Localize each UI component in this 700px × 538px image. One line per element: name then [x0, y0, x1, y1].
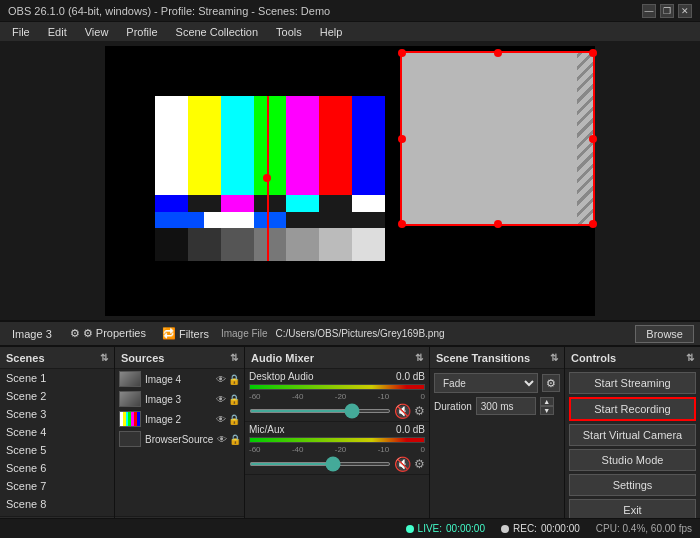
bar-white: [155, 96, 188, 195]
start-streaming-button[interactable]: Start Streaming: [569, 372, 696, 394]
audio-panel-header: Audio Mixer ⇅: [245, 347, 429, 369]
bar-red: [319, 96, 352, 195]
scene-item-3[interactable]: Scene 3: [0, 405, 114, 423]
bars-row4: [155, 228, 385, 261]
restore-button[interactable]: ❐: [660, 4, 674, 18]
rec-dot: [501, 525, 509, 533]
audio-desktop-level: 0.0 dB: [396, 371, 425, 382]
window-controls: — ❐ ✕: [642, 4, 692, 18]
selected-item-label: Image 3: [6, 326, 58, 342]
mute-mic-icon[interactable]: 🔇: [394, 456, 411, 472]
handle-tc: [494, 49, 502, 57]
source-item-image4[interactable]: Image 4 👁 🔒: [115, 369, 244, 389]
bars-row3: [155, 212, 385, 229]
transition-gear-button[interactable]: ⚙: [542, 374, 560, 392]
bar2-white: [352, 195, 385, 212]
visibility-icon-image4[interactable]: 👁: [216, 374, 226, 385]
source-icons-image4: 👁 🔒: [216, 374, 240, 385]
duration-spinners: ▲ ▼: [540, 397, 554, 415]
bar4-dark7: [352, 228, 385, 261]
bar2-blue: [155, 195, 188, 212]
audio-desktop-controls: 🔇 ⚙: [249, 403, 425, 419]
scene-item-6[interactable]: Scene 6: [0, 459, 114, 477]
controls-header-label: Controls: [571, 352, 616, 364]
menu-view[interactable]: View: [77, 22, 117, 42]
settings-button[interactable]: Settings: [569, 474, 696, 496]
preview-area: [0, 42, 700, 322]
settings-mic-icon[interactable]: ⚙: [414, 457, 425, 471]
controls-buttons: Start Streaming Start Recording Start Vi…: [565, 369, 700, 538]
transitions-panel: Scene Transitions ⇅ Fade Cut Swipe Slide…: [430, 347, 565, 538]
audio-desktop-name: Desktop Audio: [249, 371, 314, 382]
scene-item-1[interactable]: Scene 1: [0, 369, 114, 387]
source-thumb-image3: [119, 391, 141, 407]
studio-mode-button[interactable]: Studio Mode: [569, 449, 696, 471]
duration-input[interactable]: [476, 397, 536, 415]
audio-mic-meter: [249, 437, 425, 443]
duration-row: Duration ▲ ▼: [434, 397, 560, 415]
live-time: 00:00:00: [446, 523, 485, 534]
menu-edit[interactable]: Edit: [40, 22, 75, 42]
scene-item-2[interactable]: Scene 2: [0, 387, 114, 405]
audio-desktop-meter-green: [249, 384, 425, 390]
menu-help[interactable]: Help: [312, 22, 351, 42]
browse-button[interactable]: Browse: [635, 325, 694, 343]
start-recording-button[interactable]: Start Recording: [569, 397, 696, 421]
lock-icon-image3[interactable]: 🔒: [228, 394, 240, 405]
audio-mic-slider[interactable]: [249, 462, 391, 466]
rec-status: REC: 00:00:00: [501, 523, 580, 534]
menu-tools[interactable]: Tools: [268, 22, 310, 42]
menu-scene-collection[interactable]: Scene Collection: [168, 22, 267, 42]
transitions-panel-header: Scene Transitions ⇅: [430, 347, 564, 369]
bar2-black: [188, 195, 221, 212]
audio-header-icon: ⇅: [415, 352, 423, 363]
source-item-browser[interactable]: BrowserSource 👁 🔒: [115, 429, 244, 449]
minimize-button[interactable]: —: [642, 4, 656, 18]
visibility-icon-browser[interactable]: 👁: [217, 434, 227, 445]
audio-mic-controls: 🔇 ⚙: [249, 456, 425, 472]
audio-desktop-scale: -60-40-20-100: [249, 392, 425, 401]
lock-icon-image2[interactable]: 🔒: [228, 414, 240, 425]
duration-down-button[interactable]: ▼: [540, 406, 554, 415]
duration-up-button[interactable]: ▲: [540, 397, 554, 406]
menu-file[interactable]: File: [4, 22, 38, 42]
transition-type-row: Fade Cut Swipe Slide ⚙: [434, 373, 560, 393]
audio-desktop-slider[interactable]: [249, 409, 391, 413]
bar4-dark5: [286, 228, 319, 261]
close-button[interactable]: ✕: [678, 4, 692, 18]
scene-item-8[interactable]: Scene 8: [0, 495, 114, 513]
handle-tl: [398, 49, 406, 57]
start-virtual-camera-button[interactable]: Start Virtual Camera: [569, 424, 696, 446]
filters-label: Filters: [179, 328, 209, 340]
settings-desktop-icon[interactable]: ⚙: [414, 404, 425, 418]
menu-profile[interactable]: Profile: [118, 22, 165, 42]
visibility-icon-image2[interactable]: 👁: [216, 414, 226, 425]
source-item-image2[interactable]: Image 2 👁 🔒: [115, 409, 244, 429]
scene-item-7[interactable]: Scene 7: [0, 477, 114, 495]
scene-item-4[interactable]: Scene 4: [0, 423, 114, 441]
bar4-dark3: [221, 228, 254, 261]
controls-panel-header: Controls ⇅: [565, 347, 700, 369]
source-icons-browser: 👁 🔒: [217, 434, 241, 445]
mute-desktop-icon[interactable]: 🔇: [394, 403, 411, 419]
audio-mic-level: 0.0 dB: [396, 424, 425, 435]
bar3-black: [286, 212, 385, 229]
bar4-dark6: [319, 228, 352, 261]
audio-desktop-header: Desktop Audio 0.0 dB: [249, 371, 425, 382]
audio-panel: Audio Mixer ⇅ Desktop Audio 0.0 dB -60-4…: [245, 347, 430, 538]
filters-button[interactable]: 🔁 Filters: [158, 325, 213, 342]
bar2-black2: [254, 195, 287, 212]
bar-magenta: [286, 96, 319, 195]
source-name-image3: Image 3: [145, 394, 181, 405]
source-item-image3[interactable]: Image 3 👁 🔒: [115, 389, 244, 409]
sources-list: Image 4 👁 🔒 Image 3 👁 🔒 Image 2 👁: [115, 369, 244, 516]
visibility-icon-image3[interactable]: 👁: [216, 394, 226, 405]
properties-button[interactable]: ⚙ ⚙ Properties: [66, 325, 150, 342]
title-text: OBS 26.1.0 (64-bit, windows) - Profile: …: [8, 5, 330, 17]
scene-item-5[interactable]: Scene 5: [0, 441, 114, 459]
lock-icon-browser[interactable]: 🔒: [229, 434, 241, 445]
lock-icon-image4[interactable]: 🔒: [228, 374, 240, 385]
bar4-dark4: [254, 228, 287, 261]
transition-type-select[interactable]: Fade Cut Swipe Slide: [434, 373, 538, 393]
vertical-line-handle: [263, 174, 271, 182]
